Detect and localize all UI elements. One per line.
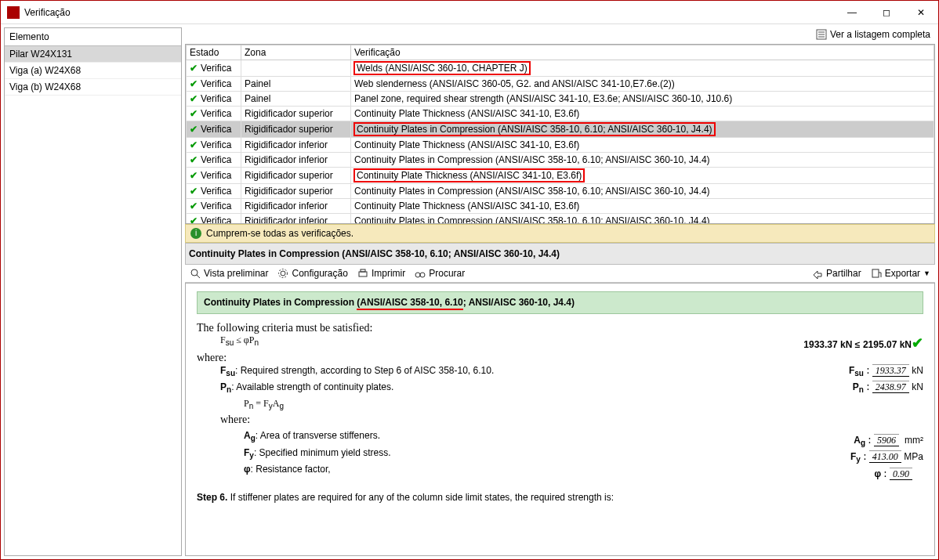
check-icon: ✔ xyxy=(190,201,198,211)
report-area[interactable]: Continuity Plates in Compression (ANSI/A… xyxy=(185,283,935,556)
export-icon xyxy=(871,268,882,279)
full-listing-link[interactable]: Ver a listagem completa xyxy=(816,29,930,40)
check-icon: ✔ xyxy=(190,170,198,181)
report-toolbar: Vista preliminar Configuração Imprimir P… xyxy=(185,265,935,283)
maximize-button[interactable]: ◻ xyxy=(869,1,904,24)
value-fsu: Fsu : 1933.37 kN xyxy=(767,364,923,378)
status-bar: i Cumprem-se todas as verificações. xyxy=(185,224,935,243)
info-icon: i xyxy=(190,228,201,239)
criteria-text: The following criteria must be satisfied… xyxy=(197,322,923,334)
where-label: where: xyxy=(197,352,923,364)
col-verif[interactable]: Verificação xyxy=(351,45,934,60)
svg-rect-9 xyxy=(361,269,365,272)
svg-point-4 xyxy=(191,269,198,276)
print-button[interactable]: Imprimir xyxy=(357,268,405,279)
check-icon: ✔ xyxy=(190,63,198,74)
fsu-line: Fsu: Required strength, according to Ste… xyxy=(220,364,767,378)
status-text: Cumprem-se todas as verificações. xyxy=(206,228,353,239)
table-row[interactable]: ✔VerificaPainelPanel zone, required shea… xyxy=(187,92,934,107)
value-pn: Pn : 2438.97 kN xyxy=(767,381,923,394)
value-fy: Fy : 413.00 MPa xyxy=(767,450,923,464)
table-row[interactable]: ✔VerificaWelds (ANSI/AISC 360-10, CHAPTE… xyxy=(187,60,934,77)
result-check: 1933.37 kN ≤ 2195.07 kN✔ xyxy=(803,334,923,352)
export-button[interactable]: Exportar ▼ xyxy=(871,268,930,279)
full-listing-label: Ver a listagem completa xyxy=(830,29,930,40)
svg-rect-12 xyxy=(872,269,879,277)
binoculars-icon xyxy=(415,268,426,279)
check-icon: ✔ xyxy=(190,154,198,165)
dropdown-caret-icon: ▼ xyxy=(923,269,930,277)
check-icon: ✔ xyxy=(190,124,198,135)
step6-line: Step 6. If stiffener plates are required… xyxy=(197,491,923,504)
titlebar: Verificação — ◻ ✕ xyxy=(1,1,938,24)
table-row[interactable]: ✔VerificaRigidificador inferiorContinuit… xyxy=(187,153,934,168)
check-icon: ✔ xyxy=(190,108,198,119)
find-button[interactable]: Procurar xyxy=(415,268,465,279)
share-icon xyxy=(812,268,823,279)
table-row[interactable]: ✔VerificaRigidificador superiorContinuit… xyxy=(187,121,934,138)
svg-point-7 xyxy=(279,269,288,278)
table-row[interactable]: ✔VerificaRigidificador inferiorContinuit… xyxy=(187,214,934,225)
table-row[interactable]: ✔VerificaRigidificador superiorContinuit… xyxy=(187,168,934,184)
element-item[interactable]: Viga (b) W24X68 xyxy=(5,79,181,96)
svg-point-11 xyxy=(420,273,425,277)
ag-line: Ag: Area of transverse stiffeners. xyxy=(220,429,767,443)
element-item[interactable]: Pilar W24X131 xyxy=(5,46,181,63)
printer-icon xyxy=(357,268,368,279)
col-estado[interactable]: Estado xyxy=(187,45,241,60)
check-icon: ✔ xyxy=(190,139,198,150)
pn-line: Pn: Available strength of continuity pla… xyxy=(220,381,767,394)
table-row[interactable]: ✔VerificaRigidificador inferiorContinuit… xyxy=(187,199,934,214)
fy-line: Fy: Specified minimum yield stress. xyxy=(220,446,767,460)
check-icon: ✔ xyxy=(190,186,198,197)
check-icon: ✔ xyxy=(190,215,198,224)
gear-icon xyxy=(277,268,288,279)
where2-label: where: xyxy=(220,414,767,426)
element-list[interactable]: Pilar W24X131 Viga (a) W24X68 Viga (b) W… xyxy=(5,46,181,555)
config-button[interactable]: Configuração xyxy=(277,268,347,279)
formula-main: Fsu ≤ φPn xyxy=(197,334,803,347)
check-icon: ✔ xyxy=(912,335,923,351)
svg-point-10 xyxy=(415,273,420,277)
app-icon xyxy=(7,6,20,19)
element-panel-header: Elemento xyxy=(5,28,181,46)
section-title: Continuity Plates in Compression (ANSI/A… xyxy=(185,243,935,265)
table-row[interactable]: ✔VerificaRigidificador superiorContinuit… xyxy=(187,184,934,199)
window-title: Verificação xyxy=(24,7,835,18)
preview-button[interactable]: Vista preliminar xyxy=(190,268,268,279)
element-item[interactable]: Viga (a) W24X68 xyxy=(5,63,181,79)
close-button[interactable]: ✕ xyxy=(904,1,938,24)
magnifier-icon xyxy=(190,268,201,279)
svg-line-5 xyxy=(197,275,200,278)
pn-formula: Pn = FyAg xyxy=(220,398,767,410)
check-icon: ✔ xyxy=(190,93,198,104)
table-row[interactable]: ✔VerificaRigidificador superiorContinuit… xyxy=(187,107,934,121)
svg-rect-8 xyxy=(359,272,367,276)
value-ag: Ag : 5906 mm² xyxy=(767,434,923,447)
minimize-button[interactable]: — xyxy=(835,1,869,24)
verification-grid[interactable]: Estado Zona Verificação ✔VerificaWelds (… xyxy=(185,44,935,224)
value-phi: φ : 0.90 xyxy=(767,468,923,480)
table-row[interactable]: ✔VerificaRigidificador inferiorContinuit… xyxy=(187,138,934,153)
share-button[interactable]: Partilhar xyxy=(812,268,861,279)
phi-line: φ: Resistance factor, xyxy=(220,463,767,475)
list-icon xyxy=(816,29,827,40)
report-title: Continuity Plates in Compression (ANSI/A… xyxy=(197,291,923,314)
col-zona[interactable]: Zona xyxy=(241,45,351,60)
element-panel: Elemento Pilar W24X131 Viga (a) W24X68 V… xyxy=(4,27,182,556)
svg-point-6 xyxy=(281,271,285,276)
check-icon: ✔ xyxy=(190,78,198,89)
table-row[interactable]: ✔VerificaPainelWeb slenderness (ANSI/AIS… xyxy=(187,77,934,92)
